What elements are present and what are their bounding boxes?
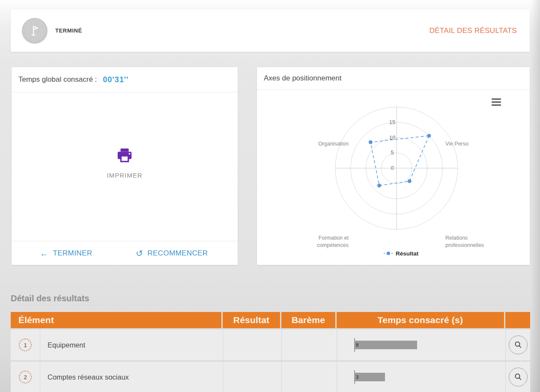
column-header-bareme: Barème (281, 312, 335, 328)
magnifier-icon (513, 340, 523, 350)
row-bareme-cell (281, 362, 337, 392)
print-button[interactable]: IMPRIMER (12, 148, 238, 179)
restart-button-label: RECOMMENCER (147, 249, 208, 258)
back-arrow-icon: ← (40, 249, 48, 258)
finish-button[interactable]: ← TERMINER (40, 241, 92, 265)
column-header-element: Élément (11, 312, 221, 328)
radar-chart-area: 051015Vie PersoRelationsprofessionnelles… (257, 90, 530, 265)
radial-tick-label: 5 (391, 149, 394, 156)
radar-category-label: Formation et (319, 235, 349, 241)
time-card-footer: ← TERMINER ↺ RECOMMENCER (12, 241, 238, 265)
flag-icon (27, 24, 42, 38)
chart-card-title: Axes de positionnement (264, 74, 341, 83)
time-card-title: Temps global consacré : (18, 75, 97, 84)
column-header-temps: Temps consacré (s) (337, 312, 504, 328)
results-page: TERMINÉ DÉTAIL DES RÉSULTATS Temps globa… (0, 0, 540, 392)
bar-axis-tick (354, 370, 355, 384)
row-detail-zoom-button[interactable] (509, 336, 528, 354)
row-number-badge: 2 (19, 371, 32, 383)
page-edge-shade (531, 0, 540, 392)
chart-legend[interactable]: Résultat (384, 250, 419, 257)
radial-tick-label: 15 (389, 119, 395, 125)
row-number-badge: 1 (19, 339, 32, 351)
time-spent-value: 8 (355, 342, 358, 347)
column-header-actions (505, 312, 530, 328)
radar-category-label: compétences (317, 242, 349, 248)
table-row: 2 Comptes réseaux sociaux 3 (11, 362, 530, 392)
status-bar: TERMINÉ DÉTAIL DES RÉSULTATS (11, 9, 530, 52)
column-header-resultat: Résultat (223, 312, 280, 328)
chart-card-header: Axes de positionnement (257, 67, 530, 90)
radar-data-point (369, 140, 373, 144)
print-button-label: IMPRIMER (107, 172, 143, 179)
legend-label: Résultat (396, 250, 419, 257)
row-resultat-cell (223, 362, 281, 392)
global-time-value: 00'31'' (103, 75, 128, 84)
row-time-cell: 8 (337, 330, 505, 360)
magnifier-icon (513, 372, 523, 382)
results-section-title: Détail des résultats (11, 294, 89, 303)
radar-chart: 051015Vie PersoRelationsprofessionnelles… (257, 90, 530, 265)
radar-category-label: professionnelles (445, 242, 484, 248)
radar-data-point (427, 134, 431, 138)
bar-axis-tick (354, 338, 355, 352)
radar-data-point (377, 184, 381, 187)
radar-category-label: Relations (445, 235, 468, 241)
radial-tick-label: 10 (389, 134, 395, 141)
row-detail-zoom-button[interactable] (509, 368, 528, 386)
chart-menu-button[interactable] (492, 98, 501, 106)
time-card-header: Temps global consacré : 00'31'' (12, 67, 238, 92)
row-element-label: Comptes réseaux sociaux (48, 373, 129, 381)
radar-category-label: Organisation (318, 141, 349, 147)
restart-icon: ↺ (136, 249, 143, 258)
restart-button[interactable]: ↺ RECOMMENCER (136, 241, 208, 265)
row-element-label: Equipement (48, 341, 85, 349)
row-bareme-cell (281, 330, 337, 360)
radial-tick-label: 0 (391, 165, 394, 171)
table-header-row: Élément Résultat Barème Temps consacré (… (11, 312, 530, 328)
positioning-axes-card: Axes de positionnement 051015Vie PersoRe… (257, 67, 530, 265)
detail-results-link[interactable]: DÉTAIL DES RÉSULTATS (430, 27, 517, 35)
status-label: TERMINÉ (55, 27, 82, 34)
row-resultat-cell (223, 330, 281, 360)
time-spent-bar: 8 (355, 341, 417, 349)
results-table: Élément Résultat Barème Temps consacré (… (11, 312, 530, 392)
printer-icon (115, 148, 134, 166)
radar-category-label: Vie Perso (445, 141, 468, 147)
radar-series-line (370, 136, 429, 185)
time-spent-value: 3 (355, 374, 358, 380)
table-body: 1 Equipement 8 2 Comptes réseaux (11, 330, 530, 392)
radar-data-point (408, 179, 412, 183)
row-time-cell: 3 (337, 362, 505, 392)
finished-flag-badge (22, 18, 48, 44)
time-spent-bar: 3 (355, 373, 385, 381)
time-card: Temps global consacré : 00'31'' IMPRIMER… (12, 67, 238, 265)
finish-button-label: TERMINER (53, 249, 92, 258)
table-row: 1 Equipement 8 (11, 330, 530, 360)
